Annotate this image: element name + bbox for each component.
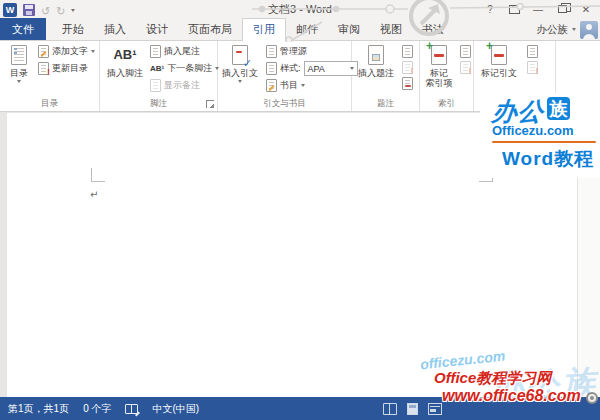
insert-caption-button[interactable]: 插入题注 [356, 43, 396, 97]
word-count-status[interactable]: 0 个字 [83, 402, 111, 416]
group-label-toc: 目录 [0, 98, 99, 110]
tab-calligraphy[interactable]: 书法 [412, 18, 454, 40]
tab-design[interactable]: 设计 [136, 18, 178, 40]
vertical-scrollbar[interactable] [577, 113, 600, 397]
mark-citation-button[interactable]: 标记引文 [478, 43, 520, 97]
mark-entry-icon [431, 45, 447, 65]
group-label-captions: 题注 [352, 98, 419, 110]
insert-table-of-figures-button[interactable] [399, 43, 415, 59]
update-index-button [457, 59, 473, 75]
chevron-down-icon [572, 28, 576, 31]
group-label-authorities: 引文目录 [474, 98, 555, 110]
update-toc-button[interactable]: 更新目录 [36, 60, 97, 77]
language-status[interactable]: 中文(中国) [152, 402, 199, 416]
tab-references[interactable]: 引用 [242, 18, 286, 40]
minimize-button[interactable]: — [526, 0, 550, 18]
insert-index-icon [460, 45, 471, 58]
ribbon-group-captions: 插入题注 题注 [352, 41, 420, 111]
avatar[interactable] [580, 21, 598, 39]
mark-citation-icon [491, 45, 507, 65]
restore-icon [558, 5, 567, 13]
view-shortcuts [383, 397, 442, 420]
next-footnote-icon: AB¹ [150, 64, 164, 73]
insert-footnote-button[interactable]: AB¹ 插入脚注 [104, 43, 146, 97]
update-table-of-figures-button [399, 59, 415, 75]
update-table-of-figures-icon [402, 61, 413, 74]
add-text-icon [38, 45, 49, 58]
account-control[interactable]: 办公族 [537, 19, 599, 40]
ribbon-group-footnotes: AB¹ 插入脚注 插入尾注 AB¹ 下一条脚注 显示备注 脚注 [100, 41, 218, 111]
tab-insert[interactable]: 插入 [94, 18, 136, 40]
next-footnote-button[interactable]: AB¹ 下一条脚注 [148, 60, 221, 77]
add-text-button[interactable]: 添加文字 [36, 43, 97, 60]
bibliography-button[interactable]: 书目 [264, 77, 360, 94]
page-number-status[interactable]: 第1页，共1页 [8, 402, 69, 416]
tab-view[interactable]: 视图 [370, 18, 412, 40]
group-label-index: 索引 [420, 98, 473, 110]
show-notes-button: 显示备注 [148, 77, 221, 94]
toc-button[interactable]: 目录 [3, 43, 35, 97]
print-layout-icon[interactable] [407, 403, 418, 415]
dropdown-arrow-icon [301, 84, 305, 87]
ribbon-group-authorities: 标记引文 引文目录 [474, 41, 556, 111]
insert-index-button[interactable] [457, 43, 473, 59]
update-table-of-authorities-button [524, 59, 540, 75]
proofing-status-icon[interactable] [125, 404, 138, 414]
ribbon-group-index: 标记 索引项 索引 [420, 41, 474, 111]
update-index-icon [460, 61, 471, 74]
paragraph-mark: ↵ [90, 189, 98, 200]
tab-review[interactable]: 审阅 [328, 18, 370, 40]
web-layout-icon[interactable] [428, 403, 442, 415]
cross-reference-button[interactable] [399, 75, 415, 91]
title-bar: 文档3 - Word ? — ✕ [0, 0, 600, 18]
dropdown-arrow-icon [17, 80, 21, 83]
insert-table-of-authorities-icon [527, 45, 538, 58]
ribbon-group-citations: 插入引文 管理源 样式: APA 书目 [218, 41, 352, 111]
status-bar: 第1页，共1页 0 个字 中文(中国) [0, 397, 600, 420]
account-name: 办公族 [537, 23, 569, 37]
close-button[interactable]: ✕ [574, 0, 598, 18]
margin-crop-mark [479, 168, 493, 182]
document-area[interactable]: ↵ [0, 113, 600, 397]
insert-endnote-icon [150, 45, 161, 58]
ribbon-group-toc: 目录 添加文字 更新目录 目录 [0, 41, 100, 111]
insert-footnote-icon: AB¹ [113, 45, 136, 65]
insert-table-of-authorities-button[interactable] [524, 43, 540, 59]
help-button[interactable]: ? [478, 0, 502, 18]
style-select[interactable]: APA [304, 61, 358, 76]
toc-icon [11, 45, 27, 65]
insert-endnote-button[interactable]: 插入尾注 [148, 43, 221, 60]
show-notes-icon [150, 79, 161, 92]
ribbon-references: 目录 添加文字 更新目录 目录 AB¹ 插入脚注 [0, 41, 600, 112]
update-table-of-authorities-icon [527, 61, 538, 74]
manage-sources-button[interactable]: 管理源 [264, 43, 360, 60]
dropdown-arrow-icon [238, 80, 242, 83]
tab-home[interactable]: 开始 [52, 18, 94, 40]
insert-caption-icon [368, 45, 384, 65]
ribbon-tab-row: 文件 开始 插入 设计 页面布局 引用 邮件 审阅 视图 书法 [0, 18, 600, 41]
word-window: 文档3 - Word ? — ✕ 文件 开始 插入 [0, 0, 600, 420]
style-icon [266, 62, 277, 75]
ribbon-display-options-button[interactable] [502, 0, 526, 18]
tab-file[interactable]: 文件 [0, 18, 46, 40]
group-label-citations: 引文与书目 [218, 98, 351, 110]
mark-entry-button[interactable]: 标记 索引项 [422, 43, 456, 97]
window-controls: ? — ✕ [478, 0, 598, 18]
style-row: 样式: APA [264, 60, 360, 77]
restore-button[interactable] [550, 0, 574, 18]
insert-table-of-figures-icon [402, 45, 413, 58]
update-toc-icon [38, 62, 49, 75]
tab-mailings[interactable]: 邮件 [286, 18, 328, 40]
tab-page-layout[interactable]: 页面布局 [178, 18, 242, 40]
document-page[interactable]: ↵ [7, 113, 577, 397]
read-mode-icon[interactable] [383, 403, 397, 415]
insert-citation-button[interactable]: 插入引文 [220, 43, 260, 97]
insert-citation-icon [232, 45, 248, 65]
bibliography-icon [266, 79, 277, 92]
ribbon-display-options-icon [509, 5, 520, 14]
group-label-footnotes: 脚注 [100, 98, 217, 110]
manage-sources-icon [266, 45, 277, 58]
cross-reference-icon [402, 77, 413, 90]
margin-crop-mark [91, 168, 105, 182]
dropdown-arrow-icon [91, 50, 95, 53]
